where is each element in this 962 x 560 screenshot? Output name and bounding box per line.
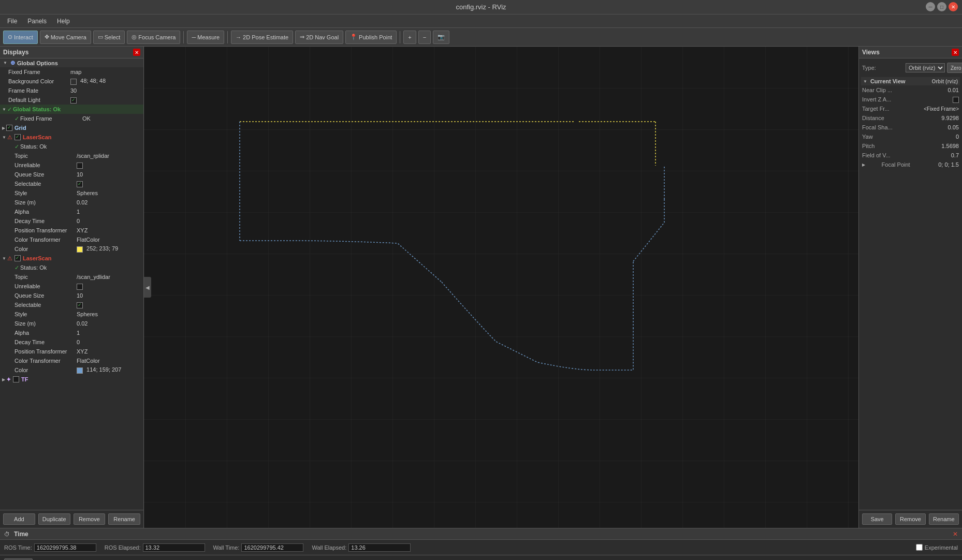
measure-button[interactable]: ─ Measure <box>187 31 224 44</box>
focus-camera-button[interactable]: ◎ Focus Camera <box>127 31 180 44</box>
close-button[interactable]: ✕ <box>949 2 958 11</box>
maximize-button[interactable]: □ <box>937 2 946 11</box>
invert-z-cb[interactable] <box>953 96 959 102</box>
views-close-button[interactable]: ✕ <box>952 49 959 56</box>
tf-warn-icon: ✦ <box>6 376 11 383</box>
add-display-button[interactable]: Add <box>3 513 35 525</box>
remove-display-button[interactable]: Remove <box>74 513 106 525</box>
titlebar: config.rviz - RViz ─ □ ✕ <box>0 0 962 14</box>
laser-scan-2-expand-icon[interactable] <box>2 256 6 261</box>
tf-checkbox[interactable] <box>13 376 19 382</box>
focal-sha1-value[interactable]: 0.05 <box>948 124 959 130</box>
views-type-select[interactable]: Orbit (rviz) <box>906 63 945 72</box>
move-camera-button[interactable]: ✥ Move Camera <box>40 31 91 44</box>
experimental-label: Experimental <box>925 544 958 551</box>
ls1-queue-value[interactable]: 10 <box>77 171 141 178</box>
select-button[interactable]: ▭ Select <box>93 31 125 44</box>
experimental-checkbox[interactable] <box>916 544 923 551</box>
field-of-view-value[interactable]: 0.7 <box>951 152 959 158</box>
camera-button[interactable]: 📷 <box>433 31 449 44</box>
rename-view-button[interactable]: Rename <box>929 513 959 525</box>
focal-point-value[interactable]: 0; 0; 1.5 <box>938 161 959 168</box>
ls1-style-value[interactable]: Spheres <box>77 190 141 196</box>
nav-goal-button[interactable]: ⇒ 2D Nav Goal <box>295 31 343 44</box>
grid-expand-icon[interactable] <box>2 126 5 130</box>
add-topic-button[interactable]: + <box>403 31 416 44</box>
target-frame-value[interactable]: <Fixed Frame> <box>924 106 959 112</box>
displays-content[interactable]: ⊕ Global Options Fixed Frame map Backgro… <box>0 58 143 510</box>
ls2-color-value: 114; 159; 207 <box>77 366 141 373</box>
tf-expand-icon[interactable] <box>2 377 5 382</box>
ls2-col-trans-value[interactable]: FlatColor <box>77 358 141 364</box>
ls2-topic-label: Topic <box>14 274 77 280</box>
ls2-size-label: Size (m) <box>14 320 77 327</box>
views-footer: Save Remove Rename <box>859 510 962 528</box>
wall-elapsed-input[interactable] <box>348 543 411 552</box>
ls1-unreliable-cb[interactable] <box>77 161 141 168</box>
ls2-decay-value[interactable]: 0 <box>77 339 141 345</box>
wall-elapsed-section: Wall Elapsed: <box>312 543 411 552</box>
ls1-style-label: Style <box>14 190 77 196</box>
laser-scan-1-expand-icon[interactable] <box>2 135 6 140</box>
views-type-label: Type: <box>862 65 903 71</box>
rename-display-button[interactable]: Rename <box>108 513 140 525</box>
ls2-selectable-cb[interactable] <box>77 301 141 308</box>
background-color-value[interactable]: 48; 48; 48 <box>70 78 141 84</box>
interact-button[interactable]: ⊙ Interact <box>3 31 38 44</box>
grid-checkbox[interactable] <box>6 125 12 131</box>
remove-topic-button[interactable]: − <box>418 31 431 44</box>
timebar-close-icon[interactable]: ✕ <box>953 530 958 538</box>
frame-rate-value[interactable]: 30 <box>70 87 141 94</box>
laser-scan-1-checkbox[interactable] <box>14 134 21 140</box>
distance-value[interactable]: 9.9298 <box>941 115 959 121</box>
ls1-selectable-cb[interactable] <box>77 180 141 187</box>
ls2-style-value[interactable]: Spheres <box>77 311 141 317</box>
invert-z-row: Invert Z A... <box>861 95 960 104</box>
ls1-topic-value[interactable]: /scan_rplidar <box>77 153 141 159</box>
fixed-frame-value[interactable]: map <box>70 69 141 75</box>
ls1-decay-row: Decay Time 0 <box>0 216 143 226</box>
views-zero-button[interactable]: Zero <box>947 63 962 73</box>
menu-help[interactable]: Help <box>52 17 75 26</box>
current-view-header[interactable]: Current View Orbit (rviz) <box>861 77 960 85</box>
ls2-size-value[interactable]: 0.02 <box>77 320 141 327</box>
menu-panels[interactable]: Panels <box>22 17 52 26</box>
reset-button[interactable]: Reset <box>4 558 33 561</box>
minimize-button[interactable]: ─ <box>926 2 935 11</box>
ls1-size-value[interactable]: 0.02 <box>77 199 141 205</box>
publish-point-button[interactable]: 📍 Publish Point <box>345 31 397 44</box>
displays-close-button[interactable]: ✕ <box>133 49 140 56</box>
pitch-value[interactable]: 1.5698 <box>941 143 959 149</box>
wall-time-input[interactable] <box>241 543 303 552</box>
save-view-button[interactable]: Save <box>862 513 892 525</box>
laser-scan-2-checkbox[interactable] <box>14 255 21 261</box>
ls1-col-trans-value[interactable]: FlatColor <box>77 237 141 243</box>
viewport[interactable]: ◀ <box>144 47 858 528</box>
remove-view-button[interactable]: Remove <box>895 513 925 525</box>
ls1-alpha-value[interactable]: 1 <box>77 209 141 215</box>
ls1-decay-value[interactable]: 0 <box>77 218 141 224</box>
menu-file[interactable]: File <box>2 17 22 26</box>
ls1-color-swatch[interactable] <box>77 246 83 253</box>
ls2-topic-value[interactable]: /scan_ydlidar <box>77 274 141 280</box>
ls2-queue-value[interactable]: 10 <box>77 292 141 299</box>
ls2-color-swatch[interactable] <box>77 367 83 374</box>
focal-point-expand-icon[interactable] <box>862 163 865 167</box>
ls2-pos-trans-value[interactable]: XYZ <box>77 348 141 355</box>
pose-estimate-button[interactable]: → 2D Pose Estimate <box>231 31 293 44</box>
near-clip-value[interactable]: 0.01 <box>948 87 959 93</box>
viewport-collapse-handle[interactable]: ◀ <box>144 277 151 298</box>
default-light-checkbox[interactable] <box>70 96 141 103</box>
duplicate-display-button[interactable]: Duplicate <box>38 513 70 525</box>
ls2-status-icon: ✓ <box>14 264 19 271</box>
ls1-color-value: 252; 233; 79 <box>77 245 141 252</box>
ls2-queue-label: Queue Size <box>14 292 77 299</box>
yaw-value[interactable]: 0 <box>956 134 959 140</box>
background-color-label: Background Color <box>8 78 70 84</box>
ls2-alpha-value[interactable]: 1 <box>77 330 141 336</box>
ls2-unreliable-cb[interactable] <box>77 283 141 289</box>
ros-elapsed-input[interactable] <box>143 543 205 552</box>
ros-time-input[interactable] <box>34 543 96 552</box>
global-options-header[interactable]: ⊕ Global Options <box>0 58 143 67</box>
ls1-pos-trans-value[interactable]: XYZ <box>77 227 141 233</box>
